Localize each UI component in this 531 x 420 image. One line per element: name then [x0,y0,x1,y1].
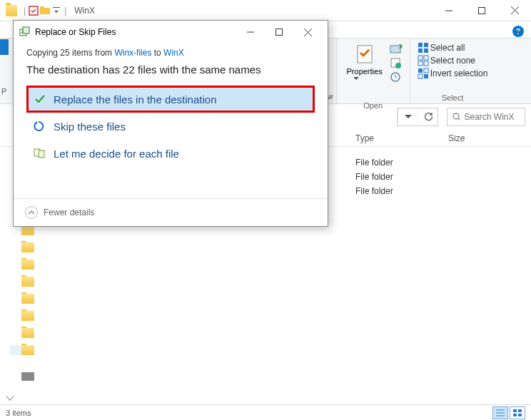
svg-point-25 [453,113,459,119]
fewer-details-link[interactable]: Fewer details [44,208,94,217]
status-item-count: 3 items [6,409,31,417]
svg-point-11 [395,63,401,68]
history-icon[interactable] [390,71,403,83]
svg-rect-22 [424,68,428,73]
check-icon [34,93,46,106]
svg-rect-35 [23,27,29,34]
nav-tree [21,225,39,381]
skip-icon [34,120,46,133]
svg-rect-32 [513,414,517,416]
svg-rect-33 [518,414,522,416]
chevron-up-icon[interactable] [25,206,38,219]
search-box[interactable] [447,108,525,126]
ribbon-group-open: Properties Open [336,39,410,103]
copying-source-link[interactable]: Winx-files [114,48,151,58]
window-title: WinX [74,6,95,16]
svg-rect-37 [276,29,283,36]
group-select-label: Select [442,93,464,102]
tree-folder-icon[interactable] [21,260,34,270]
tree-folder-icon[interactable] [21,328,34,338]
refresh-button[interactable] [418,108,438,126]
decide-option[interactable]: Let me decide for each file [26,140,315,167]
select-all-button[interactable]: Select all [418,41,488,54]
svg-rect-1 [40,8,50,14]
compare-icon [34,147,46,160]
minimize-button[interactable] [433,0,465,21]
dialog-minimize-button[interactable] [236,22,265,42]
address-dropdown-button[interactable] [398,108,418,126]
folder-icon [6,5,17,16]
skip-option[interactable]: Skip these files [26,113,315,140]
dialog-close-button[interactable] [293,22,322,42]
column-size[interactable]: Size [442,133,514,143]
maximize-button[interactable] [465,0,498,21]
dialog-heading: The destination has 22 files with the sa… [26,63,315,76]
close-button[interactable] [498,0,531,21]
svg-rect-30 [513,409,517,412]
select-all-label: Select all [430,43,465,53]
svg-line-26 [458,118,460,121]
svg-rect-31 [518,409,522,412]
file-list: File folder File folder File folder [350,155,517,198]
tree-folder-icon[interactable] [21,311,34,321]
tree-folder-icon[interactable] [21,277,34,287]
svg-rect-15 [418,48,423,53]
properties-label: Properties [347,67,383,76]
select-none-label: Select none [430,56,475,66]
folder-small-icon[interactable] [39,5,51,16]
dialog-maximize-button[interactable] [265,22,293,42]
svg-rect-16 [424,48,428,53]
properties-button[interactable]: Properties [344,41,385,101]
replace-option-label: Replace the files in the destination [54,93,216,106]
table-row[interactable]: File folder [350,170,517,184]
tree-expand-icon[interactable] [7,394,13,399]
select-none-button[interactable]: Select none [418,54,488,67]
svg-rect-18 [424,56,428,60]
svg-rect-19 [418,61,423,66]
thumbnails-view-button[interactable] [510,406,525,419]
edit-icon[interactable] [390,57,403,68]
qat-properties-icon[interactable] [28,5,39,16]
invert-selection-button[interactable]: Invert selection [418,67,488,80]
file-tab-edge[interactable] [0,39,9,55]
copy-dialog-icon [19,26,31,38]
dialog-titlebar: Replace or Skip Files [14,21,328,43]
tree-folder-icon[interactable] [21,345,34,355]
svg-rect-9 [390,46,400,53]
column-type[interactable]: Type [350,133,442,143]
search-input[interactable] [464,112,520,122]
window-controls [433,0,531,21]
copying-dest-link[interactable]: WinX [163,48,184,58]
details-view-button[interactable] [492,406,508,419]
replace-option[interactable]: Replace the files in the destination [26,86,315,113]
p-fragment: P [1,87,6,96]
open-icon[interactable] [390,43,403,54]
decide-option-label: Let me decide for each file [54,148,179,160]
open-extra-buttons [390,41,403,83]
svg-rect-2 [40,6,44,9]
table-row[interactable]: File folder [350,184,517,198]
svg-rect-20 [424,61,428,66]
tree-folder-icon[interactable] [21,225,34,235]
status-bar: 3 items [0,404,531,420]
svg-rect-3 [53,7,60,8]
qat-dropdown-icon[interactable] [51,5,62,16]
separator: | [24,6,26,16]
dialog-title: Replace or Skip Files [35,27,116,37]
svg-rect-13 [418,43,423,47]
tree-folder-icon[interactable] [21,242,34,252]
svg-rect-21 [418,68,423,73]
tree-folder-icon[interactable] [21,294,34,304]
svg-rect-17 [418,56,423,60]
table-row[interactable]: File folder [350,155,517,170]
svg-rect-5 [479,7,485,14]
skip-option-label: Skip these files [54,121,126,133]
address-bar-end [397,108,438,126]
ribbon-expand-icon[interactable] [511,24,525,39]
replace-skip-dialog: Replace or Skip Files Copying 25 items f… [13,20,328,227]
tree-drive-icon[interactable] [21,372,34,381]
svg-rect-14 [424,43,428,47]
window-titlebar: | | WinX [0,0,531,21]
svg-rect-23 [418,74,423,78]
separator: | [64,6,66,16]
